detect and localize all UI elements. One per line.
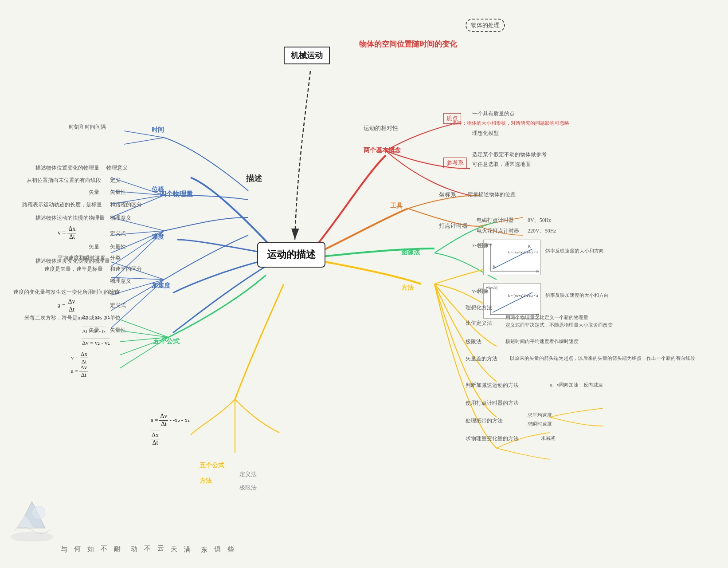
- lixiang-node: 理想化方法: [466, 304, 492, 312]
- zuobiao-node: 坐标系: [439, 191, 456, 199]
- accel-def-label: 定义: [110, 288, 121, 296]
- vel-meaning-label: 物理意义: [110, 214, 131, 222]
- formula5: a = Δv Δt: [71, 364, 88, 378]
- disp-def-label: 定义: [110, 177, 121, 184]
- disp-path: 路程表示运动轨迹的长度，是标量: [22, 201, 102, 209]
- disp-meaning: 描述物体位置变化的物理量: [35, 164, 99, 172]
- fangfa-right-node: 方法: [401, 284, 414, 292]
- four-physical-node: 四个物理量: [160, 190, 193, 198]
- zhidian-def: 一个具有质量的点: [472, 110, 515, 118]
- displacement-node: 位移: [152, 185, 164, 193]
- accel-meaning-label: 物理意义: [110, 277, 131, 285]
- formula2: Δt = t₂ - t₁: [82, 327, 106, 335]
- five-formulas-bottom: 五个公式: [200, 462, 224, 469]
- vel-meaning: 描述物体运动的快慢的物理量: [35, 214, 105, 222]
- vel-formula-label: 定义式: [110, 230, 126, 237]
- svg-text:P₂: P₂: [528, 245, 531, 249]
- dadian-spark: 电火花打点计时器: [477, 227, 519, 235]
- qiu-bianhua: 求物理量变化量的方法: [466, 435, 519, 442]
- zuobiao-def: 定量描述物体的位置: [468, 191, 516, 198]
- wuti-chuli-node: 物体的处理: [466, 19, 505, 32]
- subtitle-red-node: 物体的空间位置随时间的变化: [359, 39, 457, 49]
- gongju-node: 工具: [390, 202, 403, 210]
- describe-label: 描述: [246, 173, 262, 184]
- cankao-def1: 选定某个假定不动的物体做参考: [472, 151, 547, 158]
- xt-desc: 斜率反映速度的大小和方向: [545, 248, 604, 254]
- chuli-zidai: 处理纸带的方法: [466, 417, 503, 425]
- svg-text:P₁: P₁: [493, 264, 496, 268]
- shiliang-def: 以原来的矢量的箭头端为起点，以后来的矢量的箭头端为终点，作出一个新的有向线段: [510, 355, 695, 362]
- dadian-node: 打点计时器: [439, 222, 468, 230]
- vel-scalar-label: 和速率的区分: [110, 265, 142, 273]
- chuli-instant: 求瞬时速度: [528, 421, 552, 427]
- dingyi-bottom: 定义法: [239, 470, 257, 478]
- liangge-jibengs-node: 两个基本概念: [364, 146, 401, 154]
- svg-text:t/s: t/s: [536, 269, 540, 273]
- dadian-em-val: 8V、50Hz: [528, 217, 551, 224]
- time-detail1: 时刻和时间间隔: [69, 123, 106, 131]
- cankao-def2: 可任意选取，通常选地面: [472, 161, 531, 168]
- vel-avg-label: 分类: [110, 254, 121, 262]
- vt-label: v-t图像: [472, 288, 489, 295]
- svg-text:k = (v₂-v₁)/(t₂-t₁) = a: k = (v₂-v₁)/(t₂-t₁) = a: [508, 294, 538, 298]
- zhidian-cond: 条件：物体的大小和形状，对所研究的问题影响可忽略: [452, 120, 569, 126]
- disp-vector: 矢量: [89, 189, 99, 196]
- zhidian-model: 理想化模型: [472, 130, 499, 137]
- vt-graph-box: v/(m/s) t/s k = (v₂-v₁)/(t₂-t₁) = a: [483, 283, 541, 319]
- accel-def: 速度的变化量与发生这一变化所用时间的比值: [13, 288, 120, 296]
- accel-formula-label: 定义式: [110, 302, 126, 309]
- jixian-def: 极短时间内平均速度看作瞬时速度: [505, 338, 579, 345]
- yundong-xiangdui: 运动的相对性: [364, 124, 398, 132]
- jiajian-def: a、v同向加速，反向减速: [550, 382, 603, 388]
- jixian-node: 极限法: [466, 338, 481, 346]
- bizhi-node: 比值定义法: [466, 320, 492, 327]
- formula3: Δv = v₂ - v₁: [82, 338, 110, 347]
- tuxiang-node: 图像法: [401, 248, 420, 256]
- jiajian-node: 判断加减速运动的方法: [466, 382, 519, 389]
- svg-text:k = (x₂-x₁)/(t₂-t₁) = v: k = (x₂-x₁)/(t₂-t₁) = v: [508, 250, 538, 254]
- xt-label: x-t图像: [472, 242, 489, 249]
- bottom-formula-block: a = Δv Δt - -x₂ - x₁ Δx Δt: [151, 413, 190, 447]
- svg-point-15: [11, 532, 53, 541]
- accel-meaning: 描述物体速度变化快慢的物理量: [35, 257, 110, 265]
- formula4: v = Δx Δt: [71, 351, 88, 365]
- formula1: Δx = x₂ - x₁: [82, 313, 110, 320]
- qiu-bianhua-def: 末减初: [541, 435, 556, 442]
- svg-point-16: [32, 506, 45, 519]
- shiyong-dadian: 使用打点计时器的方法: [466, 399, 519, 407]
- chuli-avg: 求平均速度: [528, 412, 552, 418]
- accel-vector-label: 矢量性: [110, 327, 126, 334]
- wuti-chuli-text: 物体的处理: [466, 19, 505, 32]
- disp-vector-label: 矢量性: [110, 189, 126, 196]
- disp-def: 从初位置指向末位置的有向线段: [27, 177, 101, 184]
- vel-formula-node: v = Δx Δt: [58, 225, 76, 241]
- bizhi-def2: 定义式而非决定式，不随原物理量大小取舍而改变: [505, 322, 613, 328]
- cankao-node: 参考系: [443, 158, 467, 168]
- accel-formula-node: a = Δv Δt: [58, 298, 76, 314]
- vel-scalar: 速度是矢量，速率是标量: [44, 265, 103, 273]
- accel-node: 加速度: [152, 282, 170, 290]
- shiliang-node: 矢量差的方法: [466, 355, 497, 363]
- vel-vector: 矢量: [89, 243, 99, 251]
- method-bottom: 方法: [200, 477, 212, 485]
- calligraphy-decoration: 耐不如何与 满天云不动 些俱东: [10, 497, 238, 541]
- xt-graph-box: x/m P₂ P₁ t/s k = (x₂-x₁)/(t₂-t₁) = v: [483, 240, 541, 275]
- accel-unit-label: 单位: [110, 314, 121, 322]
- time-node: 时间: [152, 126, 164, 134]
- dadian-spark-val: 220V、50Hz: [528, 227, 556, 235]
- disp-path-label: 和路程的区分: [110, 201, 142, 209]
- bizhi-def1: 用两个物理量之比定义一个新的物理量: [505, 314, 588, 321]
- center-node: 运动的描述: [257, 242, 325, 268]
- disp-meaning-label: 物理意义: [106, 164, 128, 172]
- vt-desc: 斜率反映加速度的大小和方向: [545, 292, 609, 299]
- jixie-yundong-node: 机械运动: [284, 47, 330, 64]
- vel-vector-label: 矢量性: [110, 243, 126, 251]
- velocity-node: 速度: [152, 233, 164, 241]
- subtitle-red-text: 物体的空间位置随时间的变化: [359, 39, 457, 49]
- jixian-bottom: 极限法: [239, 484, 257, 492]
- five-formulas-left: 五个公式: [153, 337, 180, 346]
